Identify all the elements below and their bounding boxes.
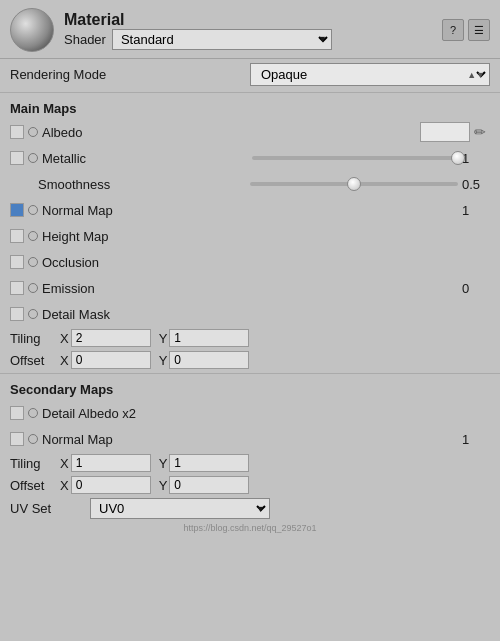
detail-mask-label: Detail Mask	[42, 307, 490, 322]
metallic-label: Metallic	[42, 151, 248, 166]
emission-value: 0	[462, 281, 490, 296]
normal-map-label: Normal Map	[42, 203, 462, 218]
material-sphere-preview	[10, 8, 54, 52]
watermark: https://blog.csdn.net/qq_29527o1	[0, 521, 500, 535]
secondary-normal-map-row: Normal Map 1	[0, 426, 500, 452]
occlusion-row: Occlusion	[0, 249, 500, 275]
detail-albedo-label: Detail Albedo x2	[42, 406, 490, 421]
main-offset-y-input[interactable]	[169, 351, 249, 369]
header-icons: ? ☰	[442, 19, 490, 41]
occlusion-checkbox[interactable]	[10, 255, 24, 269]
uv-set-dropdown-wrapper[interactable]: UV0 UV1	[90, 498, 270, 519]
secondary-normal-map-checkbox[interactable]	[10, 432, 24, 446]
metallic-slider-track[interactable]	[252, 156, 458, 160]
main-tiling-y-input[interactable]	[169, 329, 249, 347]
normal-map-checkbox[interactable]	[10, 203, 24, 217]
secondary-maps-header: Secondary Maps	[0, 376, 500, 400]
smoothness-row: Smoothness 0.5	[0, 171, 500, 197]
emission-row: Emission 0	[0, 275, 500, 301]
detail-albedo-dot	[28, 408, 38, 418]
main-tiling-label: Tiling	[10, 331, 60, 346]
albedo-row: Albedo ✏	[0, 119, 500, 145]
secondary-tiling-y-label: Y	[159, 456, 168, 471]
header-info: Material Shader Standard	[64, 11, 332, 50]
normal-map-row: Normal Map 1	[0, 197, 500, 223]
rendering-mode-select[interactable]: Opaque Cutout Fade Transparent	[250, 63, 490, 86]
smoothness-value: 0.5	[462, 177, 490, 192]
occlusion-dot	[28, 257, 38, 267]
smoothness-label: Smoothness	[38, 177, 246, 192]
emission-checkbox[interactable]	[10, 281, 24, 295]
detail-albedo-row: Detail Albedo x2	[0, 400, 500, 426]
secondary-offset-row: Offset X Y	[0, 474, 500, 496]
shader-select[interactable]: Standard	[112, 29, 332, 50]
emission-dot	[28, 283, 38, 293]
secondary-tiling-label: Tiling	[10, 456, 60, 471]
divider-2	[0, 373, 500, 374]
smoothness-slider-track[interactable]	[250, 182, 458, 186]
main-offset-x-label: X	[60, 353, 69, 368]
secondary-tiling-x-input[interactable]	[71, 454, 151, 472]
detail-mask-checkbox[interactable]	[10, 307, 24, 321]
main-offset-row: Offset X Y	[0, 349, 500, 371]
main-tiling-x-label: X	[60, 331, 69, 346]
secondary-offset-x-label: X	[60, 478, 69, 493]
metallic-slider-thumb[interactable]	[451, 151, 465, 165]
emission-label: Emission	[42, 281, 462, 296]
main-maps-header: Main Maps	[0, 95, 500, 119]
secondary-tiling-x-label: X	[60, 456, 69, 471]
albedo-dot	[28, 127, 38, 137]
secondary-offset-label: Offset	[10, 478, 60, 493]
secondary-normal-map-value: 1	[462, 432, 490, 447]
secondary-offset-x-input[interactable]	[71, 476, 151, 494]
uv-set-row: UV Set UV0 UV1	[0, 496, 500, 521]
detail-albedo-checkbox[interactable]	[10, 406, 24, 420]
main-tiling-y-label: Y	[159, 331, 168, 346]
detail-mask-dot	[28, 309, 38, 319]
shader-dropdown-wrapper[interactable]: Standard	[112, 29, 332, 50]
shader-label: Shader	[64, 32, 106, 47]
main-offset-label: Offset	[10, 353, 60, 368]
uv-set-select[interactable]: UV0 UV1	[90, 498, 270, 519]
settings-button[interactable]: ☰	[468, 19, 490, 41]
help-button[interactable]: ?	[442, 19, 464, 41]
secondary-normal-map-dot	[28, 434, 38, 444]
shader-row: Shader Standard	[64, 29, 332, 50]
secondary-offset-y-label: Y	[159, 478, 168, 493]
rendering-mode-dropdown-wrapper[interactable]: Opaque Cutout Fade Transparent	[250, 63, 490, 86]
secondary-tiling-y-input[interactable]	[169, 454, 249, 472]
uv-set-label: UV Set	[10, 501, 90, 516]
height-map-row: Height Map	[0, 223, 500, 249]
metallic-checkbox[interactable]	[10, 151, 24, 165]
normal-map-value: 1	[462, 203, 490, 218]
secondary-tiling-row: Tiling X Y	[0, 452, 500, 474]
header-left: Material Shader Standard	[10, 8, 332, 52]
occlusion-label: Occlusion	[42, 255, 490, 270]
header: Material Shader Standard ? ☰	[0, 0, 500, 59]
albedo-checkbox[interactable]	[10, 125, 24, 139]
smoothness-slider-container[interactable]	[250, 182, 458, 186]
height-map-checkbox[interactable]	[10, 229, 24, 243]
metallic-row: Metallic 1	[0, 145, 500, 171]
albedo-label: Albedo	[42, 125, 420, 140]
albedo-pencil-icon[interactable]: ✏	[474, 124, 486, 140]
height-map-label: Height Map	[42, 229, 490, 244]
secondary-offset-y-input[interactable]	[169, 476, 249, 494]
divider-1	[0, 92, 500, 93]
smoothness-slider-thumb[interactable]	[347, 177, 361, 191]
albedo-swatch[interactable]	[420, 122, 470, 142]
metallic-dot	[28, 153, 38, 163]
rendering-mode-label: Rendering Mode	[10, 67, 106, 82]
rendering-mode-row: Rendering Mode Opaque Cutout Fade Transp…	[0, 59, 500, 90]
normal-map-dot	[28, 205, 38, 215]
main-tiling-row: Tiling X Y	[0, 327, 500, 349]
main-offset-x-input[interactable]	[71, 351, 151, 369]
material-title: Material	[64, 11, 332, 29]
main-tiling-x-input[interactable]	[71, 329, 151, 347]
metallic-value: 1	[462, 151, 490, 166]
height-map-dot	[28, 231, 38, 241]
secondary-normal-map-label: Normal Map	[42, 432, 462, 447]
main-offset-y-label: Y	[159, 353, 168, 368]
metallic-slider-container[interactable]	[252, 156, 458, 160]
detail-mask-row: Detail Mask	[0, 301, 500, 327]
